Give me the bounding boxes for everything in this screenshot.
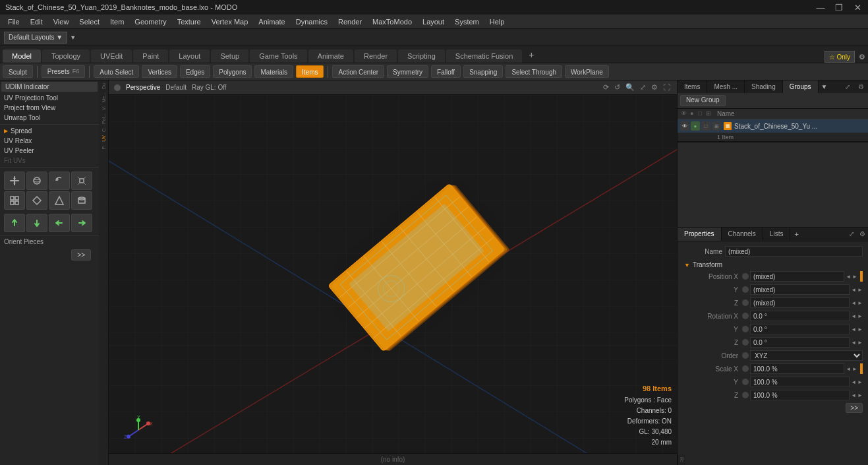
tab-animate[interactable]: Animate bbox=[308, 49, 353, 63]
rp-tab-shading[interactable]: Shading bbox=[745, 80, 783, 93]
rp-item-row-stack[interactable]: 👁 ● □ ⊞ ▦ Stack_of_Chinese_50_Yu ... bbox=[678, 119, 868, 133]
menu-animate[interactable]: Animate bbox=[253, 16, 290, 27]
lss-f[interactable]: F: bbox=[101, 144, 106, 150]
position-y-arrow-l[interactable]: ◄ bbox=[851, 287, 856, 293]
position-x-dot[interactable] bbox=[742, 273, 749, 280]
vertices-btn[interactable]: Vertices bbox=[142, 65, 177, 78]
rp-settings-icon[interactable]: ⚙ bbox=[854, 80, 868, 93]
close-btn[interactable]: ✕ bbox=[852, 3, 863, 13]
left-arrow-icon[interactable] bbox=[49, 214, 70, 232]
polygons-btn[interactable]: Polygons bbox=[213, 65, 252, 78]
select-through-btn[interactable]: Select Through bbox=[506, 65, 562, 78]
new-group-btn[interactable]: New Group bbox=[680, 95, 726, 106]
scale-z-arrow-l[interactable]: ◄ bbox=[851, 392, 856, 398]
vp-refresh-icon[interactable]: ↺ bbox=[613, 83, 622, 92]
menu-vertexmap[interactable]: Vertex Map bbox=[206, 16, 254, 27]
r-side-tab-1[interactable]: R: bbox=[678, 454, 685, 465]
layout-selector[interactable]: Default Layouts ▼ bbox=[4, 32, 67, 44]
menu-view[interactable]: View bbox=[48, 16, 74, 27]
scale-y-arrow-l[interactable]: ◄ bbox=[851, 379, 856, 385]
settings-icon[interactable]: ⚙ bbox=[859, 53, 865, 61]
auto-select-btn[interactable]: Auto Select bbox=[94, 65, 139, 78]
position-x-arrow-r[interactable]: ► bbox=[852, 274, 857, 280]
lss-du[interactable]: Du bbox=[101, 82, 106, 90]
scale-x-dot[interactable] bbox=[742, 365, 749, 372]
rotation-y-arrow-r[interactable]: ► bbox=[857, 326, 863, 332]
menu-texture[interactable]: Texture bbox=[172, 16, 206, 27]
scale-z-dot[interactable] bbox=[742, 392, 749, 398]
item-mesh-icon[interactable]: ⊞ bbox=[712, 121, 721, 131]
more-tools-btn[interactable]: >> bbox=[71, 249, 91, 261]
props-more-btn[interactable]: >> bbox=[846, 403, 863, 413]
items-btn[interactable]: Items bbox=[296, 65, 324, 78]
vp-rotate-icon[interactable]: ⟳ bbox=[602, 83, 610, 92]
presets-btn[interactable]: Presets F6 bbox=[42, 65, 85, 78]
position-x-arrow[interactable]: ◄ bbox=[846, 274, 851, 280]
vp-fullscreen-icon[interactable]: ⛶ bbox=[662, 83, 672, 92]
menu-layout[interactable]: Layout bbox=[417, 16, 449, 27]
up-arrow-icon[interactable] bbox=[4, 214, 25, 232]
rotation-y-dot[interactable] bbox=[742, 326, 749, 332]
rp-tab-groups[interactable]: Groups bbox=[783, 80, 819, 93]
snapping-btn[interactable]: Snapping bbox=[463, 65, 503, 78]
scale-x-arrow-l[interactable]: ◄ bbox=[846, 366, 851, 372]
lss-me[interactable]: Me... bbox=[101, 91, 106, 104]
position-z-dot[interactable] bbox=[742, 299, 749, 306]
sculpt-btn[interactable]: Sculpt bbox=[3, 65, 33, 78]
cylinder-icon[interactable] bbox=[71, 191, 92, 210]
vp-expand-icon[interactable]: ⤢ bbox=[639, 83, 647, 92]
unwrap-tool[interactable]: Unwrap Tool bbox=[0, 113, 99, 123]
uv-projection-tool[interactable]: UV Projection Tool bbox=[0, 93, 99, 103]
menu-file[interactable]: File bbox=[3, 16, 25, 27]
rp-expand-icon[interactable]: ⤢ bbox=[841, 80, 854, 93]
rotation-y-arrow-l[interactable]: ◄ bbox=[851, 326, 856, 332]
only-btn[interactable]: ☆ Only bbox=[825, 51, 855, 63]
position-z-arrow-r[interactable]: ► bbox=[857, 300, 863, 306]
order-select[interactable]: XYZ XZY YXZ YZX ZXY ZYX bbox=[750, 350, 863, 361]
tab-topology[interactable]: Topology bbox=[42, 49, 90, 63]
scale-z-arrow-r[interactable]: ► bbox=[857, 392, 863, 398]
rotate-icon[interactable] bbox=[49, 171, 70, 190]
tab-layout[interactable]: Layout bbox=[169, 49, 210, 63]
rp-tab-items[interactable]: Items bbox=[678, 80, 707, 93]
lss-c[interactable]: C: bbox=[101, 126, 106, 133]
name-prop-input[interactable] bbox=[725, 246, 863, 257]
minimize-btn[interactable]: — bbox=[815, 3, 826, 13]
menu-help[interactable]: Help bbox=[484, 16, 510, 27]
item-eye-icon[interactable]: 👁 bbox=[680, 121, 689, 131]
viewport-projection[interactable]: Perspective bbox=[126, 84, 160, 91]
grid-icon[interactable] bbox=[4, 191, 25, 210]
menu-item[interactable]: Item bbox=[105, 16, 129, 27]
tab-setup[interactable]: Setup bbox=[211, 49, 248, 63]
tab-render[interactable]: Render bbox=[355, 49, 397, 63]
rotation-z-arrow-r[interactable]: ► bbox=[857, 340, 863, 346]
rp-btab-settings-icon[interactable]: ⚙ bbox=[857, 228, 868, 241]
menu-render[interactable]: Render bbox=[333, 16, 367, 27]
scale-x-arrow-r[interactable]: ► bbox=[852, 366, 857, 372]
item-lock-icon[interactable]: □ bbox=[701, 121, 710, 131]
scale-x-input[interactable] bbox=[750, 363, 844, 374]
sphere-icon[interactable] bbox=[26, 171, 47, 190]
uv-relax-tool[interactable]: UV Relax bbox=[0, 136, 99, 146]
materials-btn[interactable]: Materials bbox=[254, 65, 293, 78]
menu-maxtomodo[interactable]: MaxToModo bbox=[367, 16, 417, 27]
position-y-dot[interactable] bbox=[742, 286, 749, 293]
udim-indicator[interactable]: UDIM Indicator bbox=[1, 82, 98, 92]
spread-tool[interactable]: ▶ Spread bbox=[0, 126, 99, 136]
viewport-shading[interactable]: Default bbox=[165, 84, 187, 91]
right-arrow-icon[interactable] bbox=[71, 214, 92, 232]
edges-btn[interactable]: Edges bbox=[180, 65, 210, 78]
tab-schematic[interactable]: Schematic Fusion bbox=[446, 49, 522, 63]
rotation-x-arrow-l[interactable]: ◄ bbox=[851, 313, 856, 319]
menu-geometry[interactable]: Geometry bbox=[129, 16, 171, 27]
rotation-x-arrow-r[interactable]: ► bbox=[857, 313, 863, 319]
position-x-input[interactable] bbox=[750, 271, 844, 282]
rotation-z-input[interactable] bbox=[750, 337, 850, 348]
lss-uv[interactable]: UV bbox=[101, 134, 106, 143]
scale-icon[interactable] bbox=[71, 171, 92, 190]
rp-btab-expand-icon[interactable]: ⤢ bbox=[846, 228, 857, 241]
diamond-icon[interactable] bbox=[26, 191, 47, 210]
rp-btab-add[interactable]: + bbox=[790, 228, 802, 241]
move-icon[interactable] bbox=[4, 171, 25, 190]
down-arrow-icon[interactable] bbox=[26, 214, 47, 232]
